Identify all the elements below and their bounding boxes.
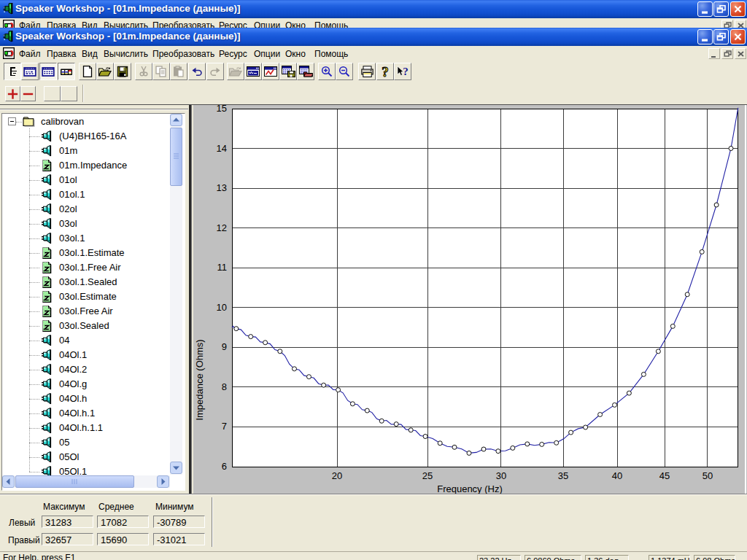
svg-text:13: 13 xyxy=(217,182,227,193)
svg-text:40: 40 xyxy=(612,470,622,481)
svg-text:?: ? xyxy=(403,66,409,77)
svg-text:50: 50 xyxy=(703,470,713,481)
svg-text:35: 35 xyxy=(558,470,568,481)
svg-text:20: 20 xyxy=(332,470,342,481)
svg-text:7: 7 xyxy=(222,421,227,432)
svg-text:?: ? xyxy=(382,66,389,77)
svg-text:9: 9 xyxy=(222,341,227,352)
svg-text:30: 30 xyxy=(496,470,506,481)
svg-text:6: 6 xyxy=(222,461,227,472)
svg-text:25: 25 xyxy=(422,470,433,481)
svg-text:45: 45 xyxy=(659,470,670,481)
svg-text:Impedance (Ohms): Impedance (Ohms) xyxy=(194,339,205,420)
svg-text:10: 10 xyxy=(217,302,227,313)
svg-text:14: 14 xyxy=(217,143,227,154)
svg-text:11: 11 xyxy=(217,262,228,273)
svg-text:8: 8 xyxy=(222,381,227,392)
svg-text:12: 12 xyxy=(217,222,227,233)
svg-text:Frequency (Hz): Frequency (Hz) xyxy=(437,483,503,494)
svg-text:15: 15 xyxy=(217,105,227,114)
